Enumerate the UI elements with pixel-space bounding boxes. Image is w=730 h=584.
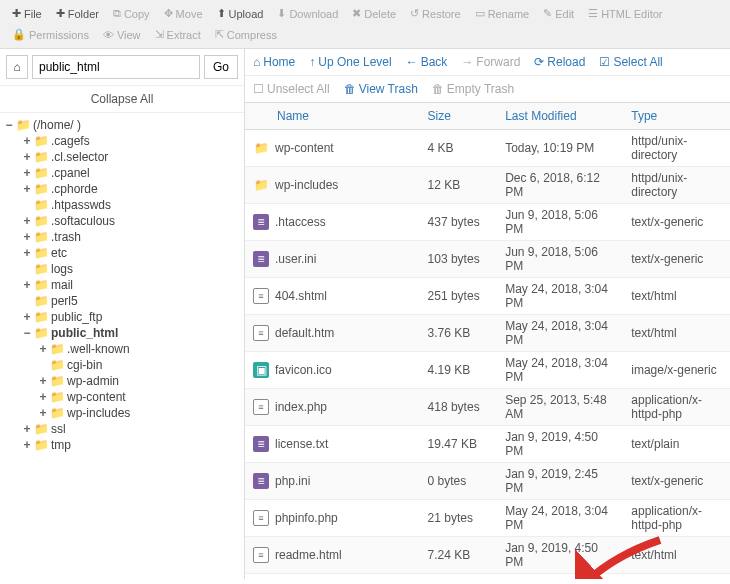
restore-button[interactable]: ↺Restore [404, 4, 467, 23]
image-icon: ▣ [253, 362, 269, 378]
expand-toggle[interactable]: + [38, 374, 48, 388]
file-name: 404.shtml [275, 289, 327, 303]
tree-node--well-known[interactable]: +📁.well-known [2, 341, 242, 357]
upload-button[interactable]: ⬆Upload [211, 4, 270, 23]
file-modified: May 24, 2018, 3:04 PM [497, 315, 623, 352]
up-icon: ↑ [309, 55, 315, 69]
tree-node--cagefs[interactable]: +📁.cagefs [2, 133, 242, 149]
expand-toggle[interactable]: − [22, 326, 32, 340]
folder-button[interactable]: ✚Folder [50, 4, 105, 23]
expand-toggle[interactable]: + [38, 342, 48, 356]
eye-icon: 👁 [103, 29, 114, 41]
expand-toggle[interactable]: + [22, 134, 32, 148]
tree-root[interactable]: − 📁 (/home/ ) [2, 117, 242, 133]
tree-node-wp-content[interactable]: +📁wp-content [2, 389, 242, 405]
tree-node-public_ftp[interactable]: +📁public_ftp [2, 309, 242, 325]
tree-node-mail[interactable]: +📁mail [2, 277, 242, 293]
folder-icon: 📁 [34, 262, 49, 276]
tree-node-perl5[interactable]: 📁perl5 [2, 293, 242, 309]
tree-node--cl-selector[interactable]: +📁.cl.selector [2, 149, 242, 165]
table-row[interactable]: 📁wp-includes12 KBDec 6, 2018, 6:12 PMhtt… [245, 167, 730, 204]
collapse-all-button[interactable]: Collapse All [0, 85, 244, 113]
file-name: default.htm [275, 326, 334, 340]
expand-toggle[interactable]: + [22, 246, 32, 260]
expand-toggle[interactable]: + [22, 214, 32, 228]
file-size: 3.76 KB [420, 315, 498, 352]
compress-button[interactable]: ⇱Compress [209, 25, 283, 44]
expand-toggle[interactable]: + [22, 182, 32, 196]
table-row[interactable]: ≡php.ini0 bytesJan 9, 2019, 2:45 PMtext/… [245, 463, 730, 500]
tree-node--softaculous[interactable]: +📁.softaculous [2, 213, 242, 229]
unselect-all-link[interactable]: ☐Unselect All [253, 82, 330, 96]
table-row[interactable]: ▣favicon.ico4.19 KBMay 24, 2018, 3:04 PM… [245, 352, 730, 389]
go-button[interactable]: Go [204, 55, 238, 79]
view-button[interactable]: 👁View [97, 25, 147, 44]
col-type[interactable]: Type [623, 103, 730, 130]
tree-node-logs[interactable]: 📁logs [2, 261, 242, 277]
table-row[interactable]: ≡default.htm3.76 KBMay 24, 2018, 3:04 PM… [245, 315, 730, 352]
copy-button[interactable]: ⧉Copy [107, 4, 156, 23]
path-input[interactable] [32, 55, 200, 79]
expand-toggle[interactable]: + [22, 278, 32, 292]
tree-node--cpanel[interactable]: +📁.cpanel [2, 165, 242, 181]
folder-icon: 📁 [253, 140, 269, 156]
expand-toggle[interactable]: − [4, 118, 14, 132]
tree-node-ssl[interactable]: +📁ssl [2, 421, 242, 437]
expand-toggle[interactable]: + [22, 310, 32, 324]
home-icon-button[interactable]: ⌂ [6, 55, 28, 79]
download-icon: ⬇ [277, 7, 286, 20]
back-link[interactable]: ←Back [406, 55, 448, 69]
col-modified[interactable]: Last Modified [497, 103, 623, 130]
expand-toggle[interactable]: + [22, 230, 32, 244]
col-name[interactable]: Name [245, 103, 420, 130]
forward-link[interactable]: →Forward [461, 55, 520, 69]
table-row[interactable]: ≡404.shtml251 bytesMay 24, 2018, 3:04 PM… [245, 278, 730, 315]
table-row[interactable]: ≡.htaccess437 bytesJun 9, 2018, 5:06 PMt… [245, 204, 730, 241]
table-row[interactable]: ≡readme.html7.24 KBJan 9, 2019, 4:50 PMt… [245, 537, 730, 574]
tree-node-etc[interactable]: +📁etc [2, 245, 242, 261]
download-button[interactable]: ⬇Download [271, 4, 344, 23]
tree-node-cgi-bin[interactable]: 📁cgi-bin [2, 357, 242, 373]
table-row[interactable]: ≡phpinfo.php21 bytesMay 24, 2018, 3:04 P… [245, 500, 730, 537]
check-icon: ☑ [599, 55, 610, 69]
copy-icon: ⧉ [113, 7, 121, 20]
file-button[interactable]: ✚File [6, 4, 48, 23]
empty-trash-link[interactable]: 🗑Empty Trash [432, 82, 514, 96]
html-editor-button[interactable]: ☰HTML Editor [582, 4, 668, 23]
tree-label: .cagefs [51, 134, 90, 148]
tree-node--cphorde[interactable]: +📁.cphorde [2, 181, 242, 197]
table-row[interactable]: 📁wp-content4 KBToday, 10:19 PMhttpd/unix… [245, 130, 730, 167]
rename-button[interactable]: ▭Rename [469, 4, 536, 23]
permissions-button[interactable]: 🔒Permissions [6, 25, 95, 44]
file-icon: ≡ [253, 325, 269, 341]
compress-icon: ⇱ [215, 28, 224, 41]
home-link[interactable]: ⌂Home [253, 55, 295, 69]
expand-toggle[interactable]: + [22, 150, 32, 164]
tree-node-tmp[interactable]: +📁tmp [2, 437, 242, 453]
edit-button[interactable]: ✎Edit [537, 4, 580, 23]
reload-link[interactable]: ⟳Reload [534, 55, 585, 69]
tree-node--htpasswds[interactable]: 📁.htpasswds [2, 197, 242, 213]
expand-toggle[interactable]: + [38, 390, 48, 404]
view-trash-link[interactable]: 🗑View Trash [344, 82, 418, 96]
tree-node-public_html[interactable]: −📁public_html [2, 325, 242, 341]
extract-button[interactable]: ⇲Extract [149, 25, 207, 44]
table-row[interactable]: ≡robots.txt31 bytesMay 24, 2018, 3:04 PM… [245, 574, 730, 580]
delete-button[interactable]: ✖Delete [346, 4, 402, 23]
expand-toggle[interactable]: + [22, 422, 32, 436]
file-icon: ≡ [253, 547, 269, 563]
col-size[interactable]: Size [420, 103, 498, 130]
table-row[interactable]: ≡.user.ini103 bytesJun 9, 2018, 5:06 PMt… [245, 241, 730, 278]
tree-label: wp-content [67, 390, 126, 404]
up-level-link[interactable]: ↑Up One Level [309, 55, 391, 69]
expand-toggle[interactable]: + [22, 438, 32, 452]
table-row[interactable]: ≡license.txt19.47 KBJan 9, 2019, 4:50 PM… [245, 426, 730, 463]
table-row[interactable]: ≡index.php418 bytesSep 25, 2013, 5:48 AM… [245, 389, 730, 426]
expand-toggle[interactable]: + [22, 166, 32, 180]
tree-node-wp-admin[interactable]: +📁wp-admin [2, 373, 242, 389]
expand-toggle[interactable]: + [38, 406, 48, 420]
tree-node--trash[interactable]: +📁.trash [2, 229, 242, 245]
tree-node-wp-includes[interactable]: +📁wp-includes [2, 405, 242, 421]
select-all-link[interactable]: ☑Select All [599, 55, 662, 69]
move-button[interactable]: ✥Move [158, 4, 209, 23]
